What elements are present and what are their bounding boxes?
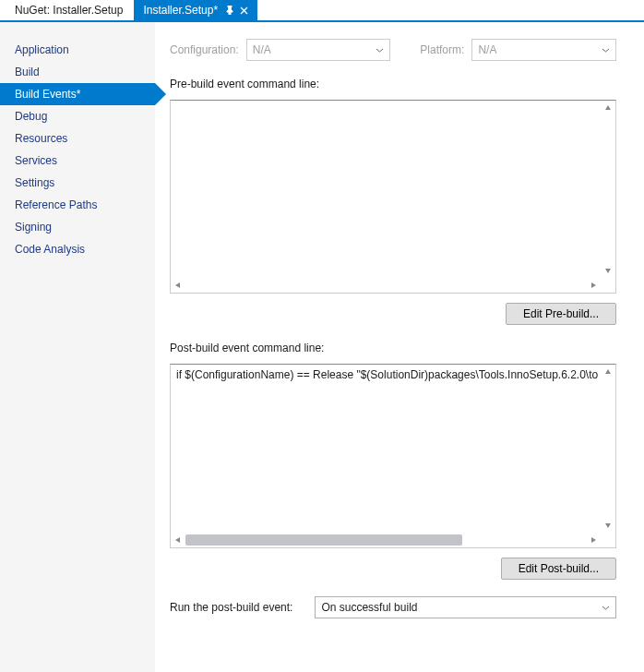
pre-build-textarea-container bbox=[170, 100, 616, 294]
config-platform-row: Configuration: N/A Platform: N/A bbox=[170, 39, 616, 61]
nav-item-label: Reference Paths bbox=[15, 198, 97, 211]
scroll-left-icon[interactable] bbox=[171, 278, 185, 293]
scroll-down-icon[interactable] bbox=[601, 518, 615, 533]
nav-item-build-events[interactable]: Build Events* bbox=[0, 83, 155, 105]
scroll-up-icon[interactable] bbox=[601, 101, 615, 115]
run-post-build-value: On successful build bbox=[321, 601, 417, 614]
nav-item-label: Code Analysis bbox=[15, 243, 85, 256]
platform-value: N/A bbox=[478, 43, 496, 56]
edit-pre-build-button[interactable]: Edit Pre-build... bbox=[506, 303, 616, 325]
nav-item-label: Application bbox=[15, 43, 69, 56]
main-container: Application Build Build Events* Debug Re… bbox=[0, 22, 644, 672]
nav-item-code-analysis[interactable]: Code Analysis bbox=[0, 238, 155, 260]
nav-item-label: Signing bbox=[15, 221, 52, 234]
chevron-down-icon bbox=[375, 45, 384, 54]
nav-item-reference-paths[interactable]: Reference Paths bbox=[0, 194, 155, 216]
nav-item-build[interactable]: Build bbox=[0, 61, 155, 83]
property-page-nav: Application Build Build Events* Debug Re… bbox=[0, 22, 155, 672]
nav-item-label: Resources bbox=[15, 132, 67, 145]
chevron-down-icon bbox=[601, 603, 610, 612]
chevron-down-icon bbox=[601, 45, 610, 54]
nav-item-application[interactable]: Application bbox=[0, 39, 155, 61]
nav-item-label: Build Events* bbox=[15, 88, 80, 101]
nav-item-label: Settings bbox=[15, 176, 54, 189]
scroll-right-icon[interactable] bbox=[586, 278, 601, 293]
build-events-page: Configuration: N/A Platform: N/A Pre-bui… bbox=[155, 22, 644, 672]
run-post-build-row: Run the post-build event: On successful … bbox=[170, 596, 616, 618]
tab-nuget-installer-setup[interactable]: NuGet: Installer.Setup bbox=[6, 0, 132, 20]
configuration-value: N/A bbox=[253, 43, 271, 56]
edit-post-build-button[interactable]: Edit Post-build... bbox=[501, 558, 616, 580]
hscroll-thumb[interactable] bbox=[185, 534, 462, 546]
scroll-up-icon[interactable] bbox=[601, 365, 615, 379]
close-icon[interactable] bbox=[240, 6, 248, 15]
nav-item-resources[interactable]: Resources bbox=[0, 127, 155, 150]
pre-build-label: Pre-build event command line: bbox=[170, 78, 616, 90]
nav-item-services[interactable]: Services bbox=[0, 150, 155, 172]
platform-dropdown[interactable]: N/A bbox=[471, 39, 616, 61]
run-post-build-select[interactable]: On successful build bbox=[315, 596, 616, 618]
nav-item-label: Build bbox=[15, 66, 40, 78]
configuration-dropdown[interactable]: N/A bbox=[246, 39, 391, 61]
nav-item-debug[interactable]: Debug bbox=[0, 105, 155, 127]
tab-installer-setup[interactable]: Installer.Setup* bbox=[134, 0, 257, 20]
platform-label: Platform: bbox=[420, 43, 464, 56]
post-build-label: Post-build event command line: bbox=[170, 342, 616, 354]
nav-item-label: Services bbox=[15, 154, 57, 167]
tab-strip: NuGet: Installer.Setup Installer.Setup* bbox=[0, 0, 644, 22]
tab-title: Installer.Setup* bbox=[143, 4, 218, 17]
pre-build-textarea[interactable] bbox=[171, 101, 601, 278]
post-build-textarea-container: if $(ConfigurationName) == Release "$(So… bbox=[170, 364, 616, 548]
nav-item-settings[interactable]: Settings bbox=[0, 172, 155, 194]
scroll-down-icon[interactable] bbox=[601, 263, 615, 278]
run-post-build-label: Run the post-build event: bbox=[170, 601, 292, 614]
scroll-right-icon[interactable] bbox=[586, 533, 601, 547]
nav-item-label: Debug bbox=[15, 110, 47, 123]
tab-title: NuGet: Installer.Setup bbox=[15, 4, 123, 17]
configuration-label: Configuration: bbox=[170, 43, 239, 56]
nav-item-signing[interactable]: Signing bbox=[0, 216, 155, 238]
scroll-left-icon[interactable] bbox=[171, 533, 185, 547]
post-build-textarea[interactable]: if $(ConfigurationName) == Release "$(So… bbox=[171, 365, 601, 533]
pin-icon[interactable] bbox=[225, 6, 234, 15]
